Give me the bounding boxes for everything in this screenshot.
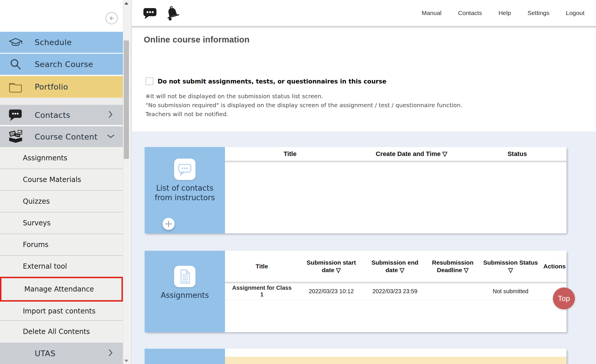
submission-status-value: Not submitted [479,288,542,295]
chat-bubble-icon [177,162,193,177]
contacts-from-instructors-card: List of contacts from instructors Title … [145,147,567,233]
scrollbar-up-arrow[interactable] [123,0,130,6]
card-caption: Assignments [150,291,219,300]
table-header-row: Title Submission start date ▽ Submission… [225,251,567,282]
nav-link-settings[interactable]: Settings [527,10,549,16]
table-row: Assignment for Class 1 2022/03/23 10:12 … [225,283,567,300]
note-line: Teachers will not be notified. [145,110,462,119]
scrollbar-down-arrow[interactable] [123,358,130,364]
sidebar-item-course-materials[interactable]: Course Materials [0,169,123,190]
main-area: Manual Contacts Help Settings Logout Onl… [132,0,596,364]
nav-link-logout[interactable]: Logout [566,10,584,16]
search-icon [8,58,23,71]
add-contact-button[interactable] [163,218,175,230]
document-badge [174,266,195,287]
note-line: "No submission required" is displayed on… [145,101,462,110]
sidebar: Schedule Search Course [0,0,129,364]
sidebar-item-surveys[interactable]: Surveys [0,212,123,234]
sidebar-item-schedule[interactable]: Schedule [0,32,123,53]
arrow-left-icon [107,14,116,23]
chevron-right-icon [108,349,113,358]
top-bar: Manual Contacts Help Settings Logout [132,0,596,26]
sidebar-item-label: Portfolio [35,82,68,91]
divider [0,98,123,105]
column-header-title: Title [225,263,299,270]
assignment-title-link[interactable]: Assignment for Class 1 [225,285,299,298]
divider [225,161,567,162]
assignments-card: Assignments Title Submission start date … [145,251,567,332]
submission-start-value: 2022/03/23 10:12 [299,288,364,295]
submission-notes: ※It will not be displayed on the submiss… [145,92,462,119]
sidebar-header [0,0,123,32]
column-header-submission-status-sortable[interactable]: Submission Status ▽ [479,259,542,274]
sidebar-item-course-content[interactable]: Course Content [0,126,123,147]
plus-icon [163,218,175,230]
sidebar-item-external-tool[interactable]: External tool [0,255,123,277]
next-section-card-partial [145,349,567,364]
course-info-panel: Online course information Do not submit … [132,26,596,131]
scroll-to-top-button[interactable]: Top [553,287,575,309]
sidebar-item-label: UTAS [35,349,56,358]
sidebar-item-label: Search Course [35,60,93,69]
sidebar-item-label: Course Content [35,132,97,141]
content-area: List of contacts from instructors Title … [132,131,596,364]
do-not-submit-checkbox[interactable] [145,77,153,85]
card-caption: List of contacts from instructors [150,183,219,203]
sidebar-item-delete-all-contents[interactable]: Delete All Contents [0,320,123,343]
course-content-submenu: Assignments Course Materials Quizzes Sur… [0,147,123,343]
nav-link-help[interactable]: Help [499,10,511,16]
messages-button[interactable] [143,7,157,19]
column-header-actions: Actions [542,263,567,270]
note-line: ※It will not be displayed on the submiss… [145,92,462,101]
folder-icon [8,81,23,93]
sidebar-item-import-past-contents[interactable]: Import past contents [0,302,123,320]
table-row [225,349,567,357]
submission-end-value: 2022/03/23 23:59 [364,288,426,295]
assignments-table: Title Submission start date ▽ Submission… [225,251,567,332]
contacts-table: Title Create Date and Time ▽ Status [225,147,567,233]
nav-link-manual[interactable]: Manual [422,10,442,16]
sidebar-item-manage-attendance-highlighted[interactable]: Manage Attendance [0,277,123,302]
chat-bubble-icon [8,109,23,121]
chevron-down-icon [107,134,115,140]
graduation-cap-icon [8,36,23,49]
sidebar-scrollbar [123,0,129,364]
do-not-submit-label: Do not submit assignments, tests, or que… [158,78,386,85]
next-card-panel [145,349,225,364]
sidebar-item-forums[interactable]: Forums [0,234,123,255]
column-header-create-date-sortable[interactable]: Create Date and Time ▽ [355,150,468,158]
column-header-title: Title [225,150,355,158]
table-header-row: Title Create Date and Time ▽ Status [225,147,567,161]
highlighted-table-row [225,357,567,364]
sidebar-collapse-button[interactable] [106,12,118,24]
sidebar-item-label: Contacts [35,111,70,120]
nav-link-contacts[interactable]: Contacts [458,10,482,16]
page-title: Online course information [144,35,250,44]
scrollbar-thumb[interactable] [124,40,129,159]
bell-icon [165,5,180,21]
column-header-resubmission-deadline-sortable[interactable]: Resubmission Deadline ▽ [426,259,479,274]
top-navigation: Manual Contacts Help Settings Logout [422,10,596,16]
assignments-card-panel: Assignments [145,251,225,332]
next-card-table [225,349,567,364]
column-header-status: Status [468,150,567,158]
sidebar-item-portfolio[interactable]: Portfolio [0,76,123,98]
sidebar-item-label: Schedule [35,38,72,47]
chat-bubble-icon [143,7,157,19]
sidebar-item-search-course[interactable]: Search Course [0,54,123,75]
column-header-submission-start-sortable[interactable]: Submission start date ▽ [299,259,364,274]
sidebar-item-assignments[interactable]: Assignments [0,147,123,169]
sidebar-item-quizzes[interactable]: Quizzes [0,190,123,212]
notifications-button[interactable] [165,5,180,21]
column-header-submission-end-sortable[interactable]: Submission end date ▽ [364,259,426,274]
sidebar-item-contacts[interactable]: Contacts [0,105,123,125]
sidebar-main-divider [129,0,132,364]
document-icon [178,269,192,284]
chat-bubble-badge [174,159,195,180]
sidebar-item-utas[interactable]: UTAS [0,343,123,364]
app-window: Schedule Search Course [0,0,596,364]
contacts-card-panel: List of contacts from instructors [145,147,225,233]
course-box-icon [8,130,23,144]
chevron-right-icon [108,110,113,120]
